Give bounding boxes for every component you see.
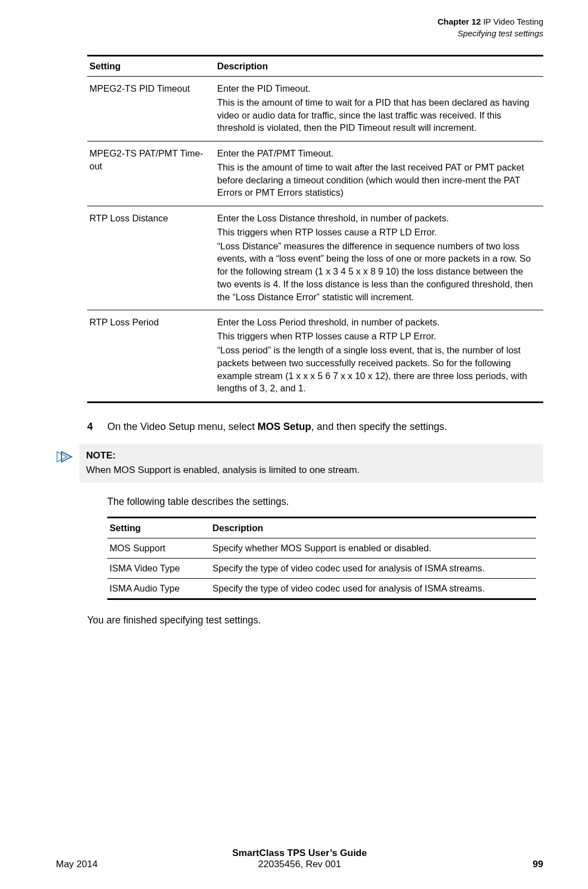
closing-text: You are finished specifying test setting… <box>87 613 543 627</box>
step-text-before: On the Video Setup menu, select <box>107 421 258 432</box>
t1-r0-p1: Enter the PID Timeout. <box>217 82 538 95</box>
t1-r2-p2: This triggers when RTP losses cause a RT… <box>217 226 538 239</box>
table2-intro: The following table describes the settin… <box>107 495 543 509</box>
t2-r2-setting: ISMA Audio Type <box>107 578 210 599</box>
t1-r1-desc: Enter the PAT/PMT Timeout. This is the a… <box>215 141 543 206</box>
t1-r2-setting: RTP Loss Distance <box>87 206 215 310</box>
settings-table-1: Setting Description MPEG2-TS PID Timeout… <box>87 55 543 403</box>
t2-r1-desc: Specify the type of video codec used for… <box>210 558 536 578</box>
table-row: MPEG2-TS PID Timeout Enter the PID Timeo… <box>87 77 543 141</box>
t1-r3-setting: RTP Loss Period <box>87 310 215 403</box>
table-row: RTP Loss Period Enter the Loss Period th… <box>87 310 543 403</box>
t1-r2-desc: Enter the Loss Distance threshold, in nu… <box>215 206 543 310</box>
step-4: 4 On the Video Setup menu, select MOS Se… <box>87 420 543 434</box>
footer-date: May 2014 <box>56 859 178 870</box>
note-arrow-icon <box>56 444 79 466</box>
footer-guide: SmartClass TPS User’s Guide <box>178 848 421 859</box>
settings-table-2: Setting Description MOS Support Specify … <box>107 517 536 600</box>
table-row: ISMA Video Type Specify the type of vide… <box>107 558 536 578</box>
table-row: RTP Loss Distance Enter the Loss Distanc… <box>87 206 543 310</box>
t2-r0-setting: MOS Support <box>107 538 210 558</box>
page-footer: May 2014 SmartClass TPS User’s Guide 220… <box>0 848 588 870</box>
table-row: ISMA Audio Type Specify the type of vide… <box>107 578 536 599</box>
t1-header-description: Description <box>215 56 543 77</box>
note-label: NOTE: <box>86 448 537 463</box>
page-header: Chapter 12 IP Video Testing Specifying t… <box>56 16 543 39</box>
chapter-number: Chapter 12 <box>438 17 481 26</box>
t2-header-description: Description <box>210 517 536 538</box>
t1-r2-p1: Enter the Loss Distance threshold, in nu… <box>217 212 538 225</box>
t1-r3-desc: Enter the Loss Period threshold, in numb… <box>215 310 543 403</box>
table-row: MOS Support Specify whether MOS Support … <box>107 538 536 558</box>
t1-r0-p2: This is the amount of time to wait for a… <box>217 96 538 134</box>
t2-r0-desc: Specify whether MOS Support is enabled o… <box>210 538 536 558</box>
t1-header-setting: Setting <box>87 56 215 77</box>
t1-r1-p1: Enter the PAT/PMT Timeout. <box>217 147 538 160</box>
table-row: MPEG2-TS PAT/PMT Time-out Enter the PAT/… <box>87 141 543 206</box>
t1-r0-desc: Enter the PID Timeout. This is the amoun… <box>215 77 543 141</box>
footer-page-number: 99 <box>421 859 543 870</box>
t1-r0-setting: MPEG2-TS PID Timeout <box>87 77 215 141</box>
chapter-title: IP Video Testing <box>483 17 543 26</box>
footer-docnum: 22035456, Rev 001 <box>258 859 341 869</box>
t1-r1-p2: This is the amount of time to wait after… <box>217 161 538 199</box>
section-title: Specifying test settings <box>56 27 543 39</box>
step-text-after: , and then specify the settings. <box>311 421 447 432</box>
t2-header-setting: Setting <box>107 517 210 538</box>
t1-r2-p3: “Loss Distance” measures the difference … <box>217 240 538 304</box>
t2-r1-setting: ISMA Video Type <box>107 558 210 578</box>
step-text: On the Video Setup menu, select MOS Setu… <box>107 420 447 434</box>
step-number: 4 <box>87 420 107 434</box>
t2-r2-desc: Specify the type of video codec used for… <box>210 578 536 599</box>
t1-r3-p1: Enter the Loss Period threshold, in numb… <box>217 316 538 329</box>
note-block: NOTE: When MOS Support is enabled, analy… <box>56 444 543 483</box>
t1-r1-setting: MPEG2-TS PAT/PMT Time-out <box>87 141 215 206</box>
t1-r3-p2: This triggers when RTP losses cause a RT… <box>217 330 538 343</box>
step-text-bold: MOS Setup <box>258 421 311 432</box>
t1-r3-p3: “Loss period” is the length of a single … <box>217 344 538 395</box>
note-text: When MOS Support is enabled, analysis is… <box>86 465 359 475</box>
